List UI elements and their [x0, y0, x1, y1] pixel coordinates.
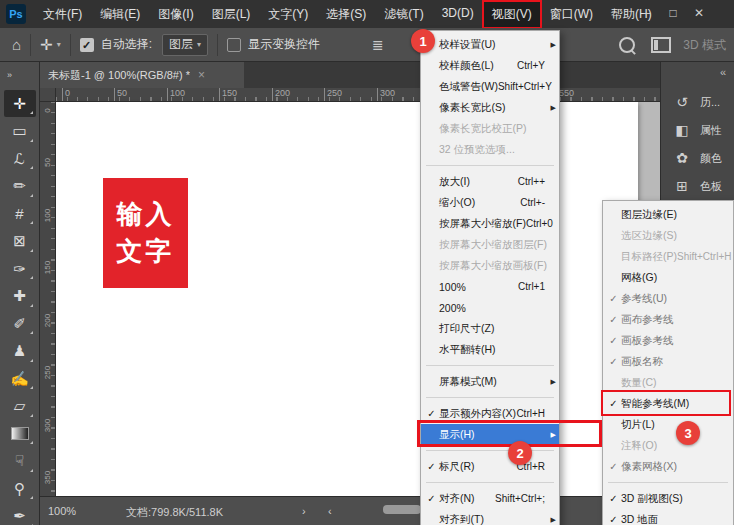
clone-stamp-tool[interactable]: ♟ [4, 338, 36, 365]
scroll-left-arrow[interactable]: ‹ [328, 505, 332, 517]
lasso-tool[interactable]: ℒ [4, 145, 36, 172]
submenu-item-canvas-guides[interactable]: ✓ 画布参考线 [603, 309, 733, 330]
tool-icon: ✚ [13, 287, 26, 305]
ruler-label: 250 [324, 88, 342, 101]
search-icon[interactable] [619, 37, 635, 53]
auto-select-dropdown[interactable]: 图层 ▾ [162, 34, 208, 56]
ruler-label: 300 [377, 88, 395, 101]
submenu-item-3d-ground-plane[interactable]: ✓ 3D 地面 [603, 509, 733, 525]
panel-tab-color[interactable]: ✿ 颜色 [661, 144, 734, 172]
frame-tool[interactable]: ⊠ [4, 228, 36, 255]
workspace-icon[interactable] [651, 37, 671, 53]
maximize-button[interactable]: □ [660, 0, 686, 26]
panel-tab-icon: ⊞ [674, 178, 690, 194]
move-tool[interactable]: ✛ [4, 90, 36, 117]
menu-item-fit-on-screen[interactable]: 按屏幕大小缩放(F) Ctrl+0 [421, 213, 559, 234]
panel-tab-label: 颜色 [700, 151, 722, 166]
vertical-ruler: 050100150200250300350 [40, 102, 56, 496]
submenu-item-pixel-grid[interactable]: ✓ 像素网格(X) [603, 456, 733, 477]
check-mark: ✓ [606, 493, 621, 504]
align-icon[interactable]: ≣ [372, 37, 384, 53]
panel-tab-properties[interactable]: ◧ 属性 [661, 116, 734, 144]
gradient-tool[interactable] [4, 420, 36, 447]
menu-item [421, 392, 559, 403]
crop-tool[interactable]: # [4, 200, 36, 227]
menu-item-label: 像素长宽比校正(P) [439, 122, 527, 136]
submenu-item-target-path[interactable]: 目标路径(P) Shift+Ctrl+H [603, 246, 733, 267]
submenu-item-layer-edges[interactable]: 图层边缘(E) [603, 204, 733, 225]
menu-item-pixel-aspect-correction[interactable]: 像素长宽比校正(P) [421, 118, 559, 139]
submenu-item-selection-edges[interactable]: 选区边缘(S) [603, 225, 733, 246]
menu-item-pixel-aspect-ratio[interactable]: 像素长宽比(S) ▶ [421, 97, 559, 118]
menu-item-gamut-warning[interactable]: 色域警告(W) Shift+Ctrl+Y [421, 76, 559, 97]
quick-select-tool[interactable]: ✏ [4, 173, 36, 200]
panel-tab-history[interactable]: ↺ 历... [661, 88, 734, 116]
annotation-box-smart-guides [601, 390, 731, 416]
dodge-tool[interactable]: ⚲ [4, 475, 36, 502]
menu-item-rulers[interactable]: ✓ 标尺(R) Ctrl+R [421, 456, 559, 477]
menu-item-snap-to[interactable]: 对齐到(T) ▶ [421, 509, 559, 525]
menu-item-screen-mode[interactable]: 屏幕模式(M) ▶ [421, 371, 559, 392]
menu-item-zoom-100[interactable]: 100% Ctrl+1 [421, 276, 559, 297]
menu-item-fit-artboard[interactable]: 按屏幕大小缩放画板(F) [421, 255, 559, 276]
close-icon[interactable]: × [198, 68, 205, 82]
chevron-down-icon[interactable]: ▾ [57, 40, 61, 49]
menu-item-zoom-200[interactable]: 200% [421, 297, 559, 318]
collapse-panel-icon[interactable]: « [661, 62, 734, 78]
menu-select[interactable]: 选择(S) [317, 1, 375, 28]
text-layer-box[interactable]: 输入 文字 [103, 178, 188, 288]
home-icon[interactable]: ⌂ [12, 36, 21, 53]
check-mark: ✓ [606, 293, 621, 304]
history-brush-tool[interactable]: ✍ [4, 365, 36, 392]
submenu-item-label: 画板名称 [621, 355, 663, 369]
panel-tab-swatches[interactable]: ⊞ 色板 [661, 172, 734, 200]
menu-item-print-size[interactable]: 打印尺寸(Z) [421, 318, 559, 339]
menu-item-fit-layers[interactable]: 按屏幕大小缩放图层(F) [421, 234, 559, 255]
menu-window[interactable]: 窗口(W) [541, 1, 602, 28]
horizontal-scrollbar-thumb[interactable] [383, 505, 421, 514]
menu-item-proof-colors[interactable]: 校样颜色(L) Ctrl+Y [421, 55, 559, 76]
healing-brush-tool[interactable]: ✚ [4, 283, 36, 310]
submenu-item-notes[interactable]: 注释(O) [603, 435, 733, 456]
marquee-tool[interactable]: ▭ [4, 118, 36, 145]
auto-select-checkbox[interactable]: ✓ [80, 38, 94, 52]
toolbar-expand-icon[interactable]: » [0, 70, 39, 84]
menu-item-32bit-preview[interactable]: 32 位预览选项... [421, 139, 559, 160]
menu-file[interactable]: 文件(F) [34, 1, 91, 28]
text-layer-line: 文字 [117, 233, 175, 270]
status-popup-arrow[interactable]: › [302, 505, 306, 517]
submenu-item-3d-secondary-view[interactable]: ✓ 3D 副视图(S) [603, 488, 733, 509]
options-bar-right: 3D 模式 [619, 28, 726, 62]
menu-image[interactable]: 图像(I) [149, 1, 202, 28]
smudge-tool[interactable]: ☟ [4, 448, 36, 475]
menu-item-snap[interactable]: ✓ 对齐(N) Shift+Ctrl+; [421, 488, 559, 509]
brush-tool[interactable]: ✐ [4, 310, 36, 337]
minimize-button[interactable]: – [634, 0, 660, 26]
submenu-item-artboard-guides[interactable]: ✓ 画板参考线 [603, 330, 733, 351]
zoom-level-field[interactable]: 100% [48, 505, 76, 517]
show-transform-checkbox[interactable] [227, 38, 241, 52]
pen-tool[interactable]: ✒ [4, 503, 36, 525]
menu-filter[interactable]: 滤镜(T) [375, 1, 432, 28]
menu-item-zoom-out[interactable]: 缩小(O) Ctrl+- [421, 192, 559, 213]
menu-item-shortcut: Shift+Ctrl+Y [498, 81, 554, 92]
submenu-item-artboard-names[interactable]: ✓ 画板名称 [603, 351, 733, 372]
submenu-item-guides[interactable]: ✓ 参考线(U) [603, 288, 733, 309]
menu-type[interactable]: 文字(Y) [259, 1, 317, 28]
eraser-tool[interactable]: ▱ [4, 393, 36, 420]
move-tool-icon[interactable]: ✛ [40, 36, 53, 54]
menu-layer[interactable]: 图层(L) [203, 1, 260, 28]
submenu-item-label: 网格(G) [621, 271, 657, 285]
ruler-label: 50 [114, 88, 127, 101]
menu-3d[interactable]: 3D(D) [433, 1, 483, 28]
document-tab[interactable]: 未标题-1 @ 100%(RGB/8#) * × [40, 62, 244, 88]
menu-edit[interactable]: 编辑(E) [91, 1, 149, 28]
menu-item-zoom-in[interactable]: 放大(I) Ctrl++ [421, 171, 559, 192]
menu-item-flip-horizontal[interactable]: 水平翻转(H) [421, 339, 559, 360]
menu-item-proof-setup[interactable]: 校样设置(U) ▶ [421, 34, 559, 55]
menu-view[interactable]: 视图(V) [483, 1, 541, 28]
eyedropper-tool[interactable]: ✑ [4, 255, 36, 282]
close-button[interactable]: ✕ [686, 0, 712, 26]
submenu-item-slices[interactable]: 切片(L) [603, 414, 733, 435]
submenu-item-grid[interactable]: 网格(G) [603, 267, 733, 288]
